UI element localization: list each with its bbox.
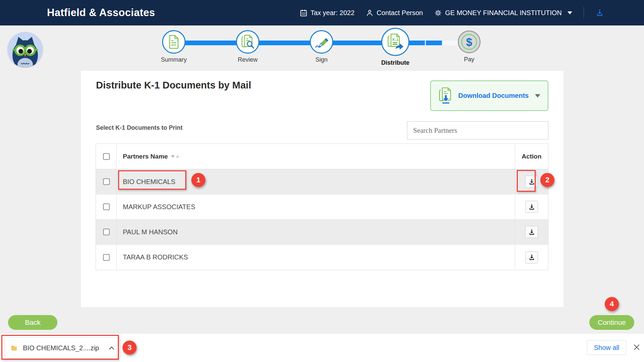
row-checkbox-cell — [96, 169, 117, 194]
row-download-button[interactable] — [525, 201, 538, 213]
row-checkbox[interactable] — [103, 178, 110, 185]
download-documents-icon — [438, 87, 453, 105]
step-sign: Sign — [296, 25, 347, 63]
contact-person-label: Contact Person — [377, 9, 423, 17]
calendar-icon — [300, 9, 307, 17]
distribute-k1-icon: K-1 — [387, 34, 404, 50]
chevron-up-icon[interactable] — [109, 346, 114, 350]
row-download-button[interactable] — [525, 176, 538, 188]
contact-person-menu[interactable]: Contact Person — [366, 9, 423, 17]
table-header-row: Partners Name Action — [96, 144, 548, 169]
row-action-cell — [515, 245, 548, 270]
sort-icon[interactable] — [171, 155, 179, 158]
step-distribute: K-1 Distribute — [370, 25, 420, 66]
show-all-downloads-button[interactable]: Show all — [587, 340, 626, 355]
owl-avatar — [7, 32, 43, 67]
row-name-cell: MARKUP ASSOCIATES — [117, 194, 515, 219]
institution-label: GE MONEY FINANCIAL INSTITUTION — [445, 9, 562, 17]
step-summary: Summary — [149, 25, 199, 63]
partners-table: Partners Name Action BIO CHEMICALS — [96, 143, 548, 270]
top-navigation-bar: Hatfield & Associates Tax year: 2022 Con… — [0, 0, 644, 25]
table-row: TARAA B RODRICKS — [96, 245, 548, 270]
partner-name: PAUL M HANSON — [123, 228, 178, 236]
chevron-down-icon — [567, 11, 572, 14]
row-action-cell — [515, 220, 548, 244]
row-checkbox[interactable] — [103, 229, 110, 235]
close-icon — [633, 343, 641, 351]
header-action-cell: Action — [515, 144, 548, 169]
table-row: MARKUP ASSOCIATES — [96, 194, 548, 220]
summary-doc-icon — [168, 35, 180, 49]
close-downloads-bar-button[interactable] — [632, 342, 642, 352]
topbar-divider — [584, 7, 584, 18]
step-sign-circle[interactable] — [310, 30, 333, 54]
row-name-cell: PAUL M HANSON — [117, 220, 515, 244]
header-checkbox-cell — [96, 144, 117, 169]
back-button[interactable]: Back — [8, 315, 57, 330]
step-pay: $ Pay — [444, 25, 494, 63]
gear-icon — [434, 9, 442, 17]
step-pay-circle[interactable]: $ — [458, 31, 481, 53]
row-download-icon — [528, 229, 535, 236]
row-name-cell: BIO CHEMICALS — [117, 169, 515, 194]
row-action-cell — [515, 194, 548, 219]
main-content-card: Distribute K-1 Documents by Mail Downloa… — [81, 71, 563, 307]
review-doc-icon — [241, 35, 255, 50]
step-pay-label: Pay — [444, 56, 494, 63]
partner-name: TARAA B RODRICKS — [123, 253, 188, 261]
header-download-icon[interactable] — [595, 8, 604, 17]
tax-year-label: Tax year: 2022 — [310, 9, 354, 17]
row-download-button[interactable] — [525, 226, 538, 238]
page-title: Distribute K-1 Documents by Mail — [96, 80, 251, 91]
row-download-icon — [528, 254, 535, 261]
zip-folder-icon — [11, 344, 17, 352]
row-checkbox[interactable] — [103, 254, 110, 261]
table-row: BIO CHEMICALS — [96, 169, 548, 194]
row-checkbox-cell — [96, 194, 117, 219]
sort-asc-icon — [176, 155, 179, 158]
person-icon — [366, 9, 374, 17]
select-all-checkbox[interactable] — [103, 153, 110, 160]
institution-dropdown[interactable]: GE MONEY FINANCIAL INSTITUTION — [434, 9, 572, 17]
sign-pen-icon — [315, 35, 329, 49]
row-action-cell — [515, 169, 548, 194]
downloaded-file-chip[interactable]: BIO CHEMICALS_2....zip — [5, 337, 121, 359]
annotation-badge-4: 4 — [605, 297, 619, 311]
pay-dollar-icon: $ — [459, 32, 479, 52]
annotation-badge-3: 3 — [122, 341, 137, 355]
partners-name-column-header: Partners Name — [123, 153, 168, 160]
tax-year-selector[interactable]: Tax year: 2022 — [300, 9, 354, 17]
step-sign-label: Sign — [296, 56, 347, 63]
row-name-cell: TARAA B RODRICKS — [117, 245, 515, 270]
row-download-icon — [528, 203, 535, 210]
chevron-down-icon — [535, 94, 540, 98]
partner-name: BIO CHEMICALS — [123, 178, 176, 186]
downloaded-file-name: BIO CHEMICALS_2....zip — [23, 344, 99, 352]
sort-desc-icon — [171, 155, 175, 158]
action-column-header: Action — [515, 153, 548, 160]
topbar-right-group: Tax year: 2022 Contact Person GE MONEY F… — [300, 0, 604, 25]
row-download-icon — [528, 178, 535, 185]
step-distribute-circle[interactable]: K-1 — [381, 28, 409, 56]
row-download-button[interactable] — [525, 251, 538, 263]
table-row: PAUL M HANSON — [96, 220, 548, 245]
header-name-cell[interactable]: Partners Name — [117, 144, 515, 169]
svg-text:$: $ — [466, 36, 472, 48]
row-checkbox[interactable] — [103, 203, 110, 210]
step-distribute-label: Distribute — [370, 59, 420, 66]
step-review-label: Review — [222, 56, 273, 63]
step-summary-circle[interactable] — [162, 30, 186, 54]
search-partners-input[interactable] — [407, 121, 548, 139]
svg-text:K-1: K-1 — [392, 38, 398, 42]
step-summary-label: Summary — [149, 56, 199, 63]
select-documents-label: Select K-1 Documents to Print — [96, 124, 183, 131]
continue-button[interactable]: Continue — [589, 315, 634, 330]
progress-stepper: Summary Review — [162, 25, 482, 71]
row-checkbox-cell — [96, 220, 117, 244]
step-review-circle[interactable] — [236, 30, 259, 54]
download-documents-label: Download Documents — [458, 92, 529, 100]
brand-title: Hatfield & Associates — [47, 7, 155, 19]
partner-name: MARKUP ASSOCIATES — [123, 203, 195, 211]
row-checkbox-cell — [96, 245, 117, 270]
download-documents-button[interactable]: Download Documents — [430, 80, 548, 111]
